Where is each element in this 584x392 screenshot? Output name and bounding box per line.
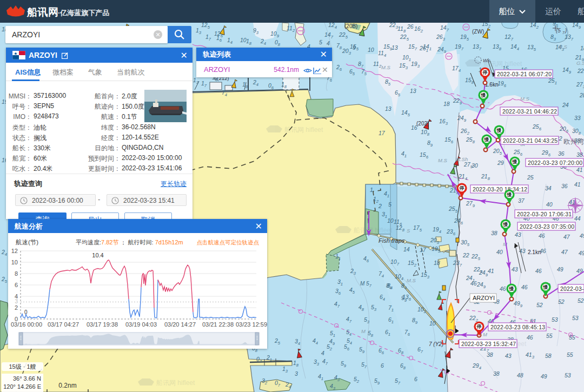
svg-text:38: 38: [576, 151, 583, 158]
svg-text:47: 47: [563, 234, 570, 240]
svg-text:2: 2: [15, 304, 18, 311]
svg-text:55: 55: [546, 333, 553, 339]
svg-text:停: 停: [482, 70, 488, 75]
svg-text:4: 4: [15, 293, 18, 300]
svg-text:24: 24: [562, 102, 569, 108]
svg-text:41: 41: [574, 181, 581, 188]
svg-text:船讯网 hifleet: 船讯网 hifleet: [156, 379, 195, 387]
svg-text:52: 52: [558, 298, 565, 305]
svg-text:49: 49: [557, 266, 563, 273]
svg-text:18: 18: [434, 260, 440, 266]
svg-text:6: 6: [15, 282, 18, 288]
svg-text:Fish traps: Fish traps: [379, 237, 405, 244]
svg-text:38: 38: [493, 370, 500, 377]
svg-text:(ZW): (ZW): [472, 29, 484, 35]
svg-text:慢: 慢: [543, 284, 548, 290]
svg-text:10: 10: [387, 217, 394, 224]
svg-text:2.1kn: 2.1kn: [528, 249, 541, 255]
svg-text:53: 53: [565, 372, 571, 378]
svg-text:10: 10: [11, 259, 18, 265]
svg-text:52: 52: [578, 297, 584, 304]
svg-text:欧州湾: 欧州湾: [563, 138, 584, 145]
svg-text:2: 2: [378, 203, 382, 209]
svg-text:(5: (5: [556, 28, 561, 34]
svg-text:13: 13: [410, 88, 416, 94]
svg-text:2022-03-23 15:32:47: 2022-03-23 15:32:47: [461, 341, 516, 347]
svg-text:16: 16: [411, 124, 417, 131]
svg-text:慢: 慢: [507, 192, 512, 197]
svg-text:ARZOYI: ARZOYI: [473, 295, 495, 301]
svg-text:M.S: M.S: [438, 157, 448, 163]
svg-text:41: 41: [576, 167, 583, 173]
svg-text:9: 9: [353, 44, 356, 51]
svg-text:1: 1: [370, 187, 373, 193]
svg-text:46: 46: [521, 284, 528, 290]
svg-text:M.S: M.S: [520, 96, 530, 102]
svg-text:43: 43: [519, 248, 526, 254]
svg-text:点击航速点可定位轨迹点: 点击航速点可定位轨迹点: [197, 239, 260, 245]
svg-text:48: 48: [517, 372, 523, 378]
svg-text:43: 43: [512, 266, 518, 273]
svg-text:船讯网 hifleet: 船讯网 hifleet: [284, 126, 323, 134]
svg-text:M.S: M.S: [558, 44, 568, 50]
svg-text:7 (Y2): 7 (Y2): [429, 341, 443, 347]
svg-text:03/17 19:38: 03/17 19:38: [87, 321, 118, 328]
svg-text:25: 25: [527, 174, 534, 181]
svg-text:43: 43: [515, 231, 521, 238]
svg-text:慢: 慢: [503, 222, 508, 227]
svg-text:03/23 12:59: 03/23 12:59: [236, 321, 267, 328]
svg-text:41: 41: [488, 268, 494, 274]
svg-text:2022-03-21 04:43:25: 2022-03-21 04:43:25: [503, 137, 558, 144]
svg-text:40: 40: [546, 201, 553, 208]
svg-text:6: 6: [381, 362, 384, 369]
svg-text:M.S: M.S: [407, 277, 416, 283]
svg-text:53: 53: [572, 315, 579, 321]
svg-text:8: 8: [15, 270, 18, 277]
svg-text:2022-03-23 08:45:13: 2022-03-23 08:45:13: [490, 324, 545, 330]
svg-text:航速(节): 航速(节): [16, 239, 38, 245]
svg-text:10: 10: [368, 46, 374, 53]
svg-text:29: 29: [497, 160, 504, 166]
svg-text:40: 40: [496, 249, 503, 255]
svg-text:2022-03-21 06:07:20: 2022-03-21 06:07:20: [497, 71, 552, 77]
svg-text:53: 53: [552, 316, 558, 323]
svg-text:慢: 慢: [512, 159, 517, 164]
svg-text:平均速度:7.82节 ； 航行时间: 7d15h12m: 平均速度:7.82节 ； 航行时间: 7d15h12m: [76, 239, 183, 245]
svg-text:2022-03-20 17:06:31: 2022-03-20 17:06:31: [517, 211, 572, 217]
svg-text:3: 3: [295, 370, 298, 377]
svg-text:2022-03-21 04:46:22: 2022-03-21 04:46:22: [502, 108, 557, 115]
svg-text:03/20 14:27: 03/20 14:27: [164, 321, 196, 328]
svg-text:G.S: G.S: [576, 60, 584, 66]
svg-text:52: 52: [536, 302, 543, 308]
svg-text:26: 26: [407, 23, 414, 30]
svg-text:5: 5: [319, 39, 322, 45]
svg-text:慢: 慢: [496, 128, 502, 133]
svg-text:46: 46: [540, 248, 546, 254]
svg-text:10.4: 10.4: [92, 252, 103, 258]
svg-text:41: 41: [569, 199, 575, 205]
svg-text:船讯网 hifleet: 船讯网 hifleet: [353, 227, 393, 234]
svg-text:2022-03-20 18:34:12: 2022-03-20 18:34:12: [473, 186, 527, 192]
svg-text:6: 6: [414, 376, 417, 382]
svg-text:12: 12: [11, 248, 18, 254]
svg-text:44: 44: [574, 215, 581, 222]
svg-text:17: 17: [420, 247, 427, 253]
svg-text:36: 36: [561, 183, 568, 189]
svg-text:47: 47: [561, 249, 568, 255]
svg-text:(202): (202): [416, 121, 429, 127]
svg-text:St.Sh: St.Sh: [455, 156, 468, 162]
svg-text:49: 49: [579, 250, 584, 256]
svg-text:10: 10: [429, 320, 436, 327]
svg-text:55: 55: [567, 351, 573, 358]
svg-text:13: 13: [385, 105, 391, 112]
svg-text:停: 停: [476, 324, 482, 329]
svg-text:慢: 慢: [509, 286, 514, 291]
svg-text:2022-03-23 07:20:00: 2022-03-23 07:20:00: [528, 160, 582, 166]
svg-text:M: M: [361, 328, 366, 334]
svg-text:43: 43: [505, 353, 512, 359]
svg-text:03/16 00:00: 03/16 00:00: [11, 321, 42, 328]
svg-text:14: 14: [403, 246, 410, 253]
svg-text:34: 34: [545, 185, 552, 191]
svg-text:17: 17: [379, 130, 386, 136]
svg-text:停: 停: [459, 185, 464, 191]
